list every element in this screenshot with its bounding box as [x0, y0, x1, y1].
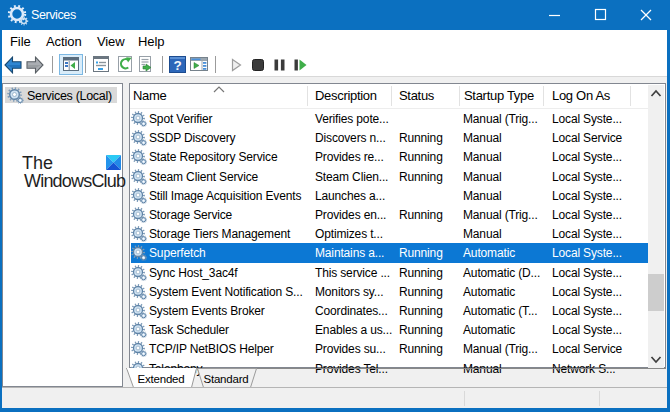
- svg-text:Standard: Standard: [203, 373, 248, 385]
- svg-text:?: ?: [173, 58, 181, 73]
- svg-text:Extended: Extended: [138, 373, 185, 385]
